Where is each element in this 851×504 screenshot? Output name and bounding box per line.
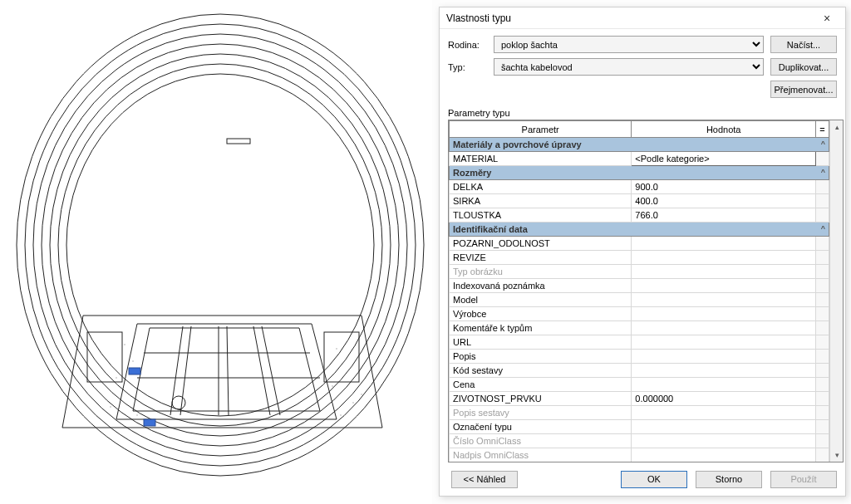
row-nadpis-omniclass[interactable]: Nadpis OmniClass — [450, 448, 829, 462]
row-zivotnost[interactable]: ZIVOTNOST_PRVKU0.000000 — [450, 392, 829, 406]
scrollbar-vertical[interactable]: ▴ ▾ — [829, 120, 843, 462]
row-indexovana-poznamka[interactable]: Indexovaná poznámka — [450, 279, 829, 293]
close-icon: × — [824, 12, 830, 25]
svg-point-32 — [361, 394, 362, 394]
row-vyrobce[interactable]: Výrobce — [450, 307, 829, 321]
cancel-button[interactable]: Storno — [696, 471, 762, 488]
row-kod-sestavy[interactable]: Kód sestavy — [450, 364, 829, 378]
group-materials[interactable]: Materiály a povrchové úpravy^ — [450, 138, 829, 152]
svg-point-1 — [25, 24, 416, 466]
svg-rect-19 — [129, 368, 140, 374]
row-popis[interactable]: Popis — [450, 350, 829, 364]
family-label: Rodina: — [448, 40, 494, 50]
chevron-up-icon: ^ — [821, 139, 825, 148]
row-oznaceni-typu[interactable]: Označení typu — [450, 420, 829, 434]
parameters-grid: Parametr Hodnota = Materiály a povrchové… — [448, 120, 844, 462]
row-material[interactable]: MATERIAL<Podle kategorie> — [450, 152, 829, 166]
svg-point-30 — [352, 402, 353, 403]
close-button[interactable]: × — [815, 10, 839, 27]
svg-point-2 — [33, 34, 407, 456]
rename-button[interactable]: Přejmenovat... — [770, 81, 837, 98]
group-dimensions[interactable]: Rozměry^ — [450, 166, 829, 180]
svg-point-5 — [58, 64, 382, 426]
row-typ-obrazku[interactable]: Typ obrázku — [450, 265, 829, 279]
type-properties-dialog: Vlastnosti typu × Rodina: poklop šachta … — [439, 7, 846, 497]
col-parameter[interactable]: Parametr — [450, 121, 632, 138]
group-identity[interactable]: Identifikační data^ — [450, 223, 829, 237]
svg-point-27 — [336, 348, 337, 349]
row-delka[interactable]: DELKA900.0 — [450, 180, 829, 194]
apply-button[interactable]: Použít — [770, 471, 837, 488]
type-label: Typ: — [448, 62, 494, 72]
svg-line-12 — [227, 326, 229, 415]
col-value[interactable]: Hodnota — [632, 121, 816, 138]
row-komentare[interactable]: Komentáře k typům — [450, 321, 829, 335]
svg-point-6 — [66, 74, 374, 416]
row-tloustka[interactable]: TLOUSTKA766.0 — [450, 208, 829, 223]
grid-header: Parametr Hodnota = — [450, 121, 829, 138]
header-area: Rodina: poklop šachta Načíst... Typ: šac… — [440, 29, 845, 105]
svg-point-25 — [110, 406, 111, 407]
scroll-up-icon[interactable]: ▴ — [830, 120, 844, 134]
svg-rect-20 — [144, 419, 155, 426]
row-model[interactable]: Model — [450, 293, 829, 307]
svg-point-4 — [50, 54, 391, 436]
row-cislo-omniclass[interactable]: Číslo OmniClass — [450, 434, 829, 448]
family-select[interactable]: poklop šachta — [494, 36, 764, 53]
svg-point-26 — [136, 414, 137, 415]
svg-point-22 — [132, 360, 133, 361]
svg-point-0 — [17, 14, 424, 476]
row-cena[interactable]: Cena — [450, 378, 829, 392]
drawing-illustration — [4, 4, 428, 494]
ok-button[interactable]: OK — [621, 471, 687, 488]
svg-point-23 — [116, 377, 116, 378]
svg-point-28 — [348, 369, 349, 369]
chevron-up-icon: ^ — [821, 168, 825, 176]
chevron-up-icon: ^ — [821, 224, 825, 232]
preview-button[interactable]: << Náhled — [451, 471, 518, 488]
title-bar: Vlastnosti typu × — [440, 7, 845, 29]
col-equals[interactable]: = — [816, 121, 829, 138]
svg-point-21 — [124, 344, 125, 345]
svg-rect-18 — [227, 139, 250, 144]
type-select[interactable]: šachta kabelovod — [494, 58, 764, 76]
scroll-down-icon[interactable]: ▾ — [830, 448, 844, 462]
duplicate-button[interactable]: Duplikovat... — [770, 58, 837, 76]
svg-line-8 — [180, 326, 191, 415]
svg-point-3 — [42, 44, 399, 446]
svg-point-17 — [172, 396, 185, 409]
dialog-title: Vlastnosti typu — [446, 12, 815, 24]
svg-point-31 — [340, 414, 341, 415]
row-pozarni[interactable]: POZARNI_ODOLNOST — [450, 237, 829, 251]
row-popis-sestavy[interactable]: Popis sestavy — [450, 406, 829, 420]
dialog-footer: << Náhled OK Storno Použít — [440, 462, 845, 496]
row-url[interactable]: URL — [450, 335, 829, 350]
parameters-label: Parametry typu — [440, 105, 845, 120]
svg-point-24 — [128, 394, 129, 394]
svg-rect-16 — [324, 332, 359, 382]
row-sirka[interactable]: SIRKA400.0 — [450, 194, 829, 208]
svg-line-10 — [262, 326, 280, 415]
svg-line-9 — [253, 326, 270, 415]
model-viewport[interactable] — [0, 0, 432, 504]
svg-point-29 — [332, 385, 332, 386]
load-button[interactable]: Načíst... — [770, 36, 837, 53]
row-revize[interactable]: REVIZE — [450, 251, 829, 265]
